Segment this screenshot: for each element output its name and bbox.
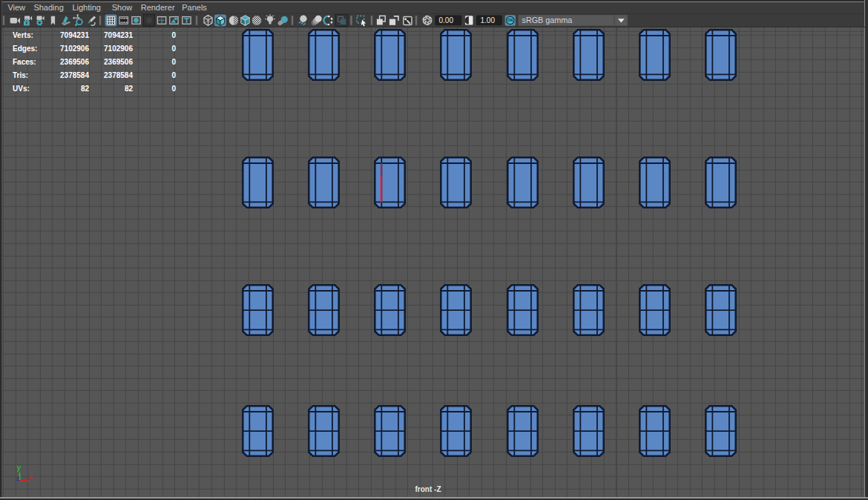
svg-text:z: z	[16, 475, 20, 482]
svg-text:0.00: 0.00	[439, 16, 454, 24]
svg-text:1.00: 1.00	[481, 16, 496, 24]
svg-text:x: x	[29, 473, 33, 481]
svg-text:y: y	[17, 464, 22, 472]
svg-text:ON: ON	[507, 19, 513, 22]
svg-text:sRGB gamma: sRGB gamma	[522, 16, 573, 24]
